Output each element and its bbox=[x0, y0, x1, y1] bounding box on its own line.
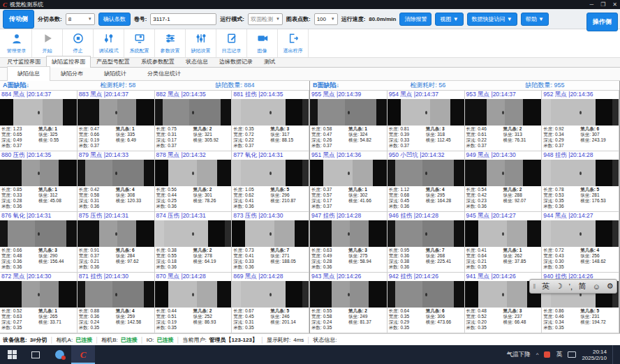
ime-item-1[interactable]: ☽ bbox=[556, 282, 563, 291]
defect-cell[interactable]: 953 黑点 |20:14:37 长度: 0.46 宽度: 0.61 深浅: 0… bbox=[465, 91, 542, 151]
defect-cell[interactable]: 882 黑点 |20:14:35 长度: 0.75 宽度: 0.31 深浅: 0… bbox=[155, 91, 232, 151]
defect-thumbnail[interactable] bbox=[78, 99, 154, 126]
defect-thumbnail[interactable] bbox=[0, 99, 77, 126]
task-view-button[interactable] bbox=[24, 345, 47, 364]
defect-thumbnail[interactable] bbox=[388, 220, 464, 247]
defect-cell[interactable]: 945 黑点 |20:14:27 长度: 0.41 宽度: 0.64 深浅: 0… bbox=[465, 212, 542, 273]
defect-thumbnail[interactable] bbox=[310, 281, 387, 308]
action-exit-button[interactable]: 退出程序 bbox=[278, 29, 309, 57]
drag-handle-icon[interactable]: ‖ bbox=[533, 283, 536, 290]
defect-thumbnail[interactable] bbox=[78, 160, 154, 186]
taskbar-app-pinned[interactable] bbox=[47, 345, 71, 364]
defect-cell[interactable]: 879 黑点 |20:14:33 长度: 0.42 宽度: 0.58 深浅: 0… bbox=[78, 151, 155, 212]
main-tab-6[interactable]: 测试 bbox=[258, 56, 281, 67]
sub-tab-2[interactable]: 缺陷统计 bbox=[94, 66, 137, 80]
defect-cell[interactable]: 873 压伤 |20:14:30 长度: 0.73 宽度: 0.41 深浅: 0… bbox=[232, 212, 309, 273]
defect-cell[interactable]: 952 黑点 |20:14:36 长度: 0.92 宽度: 0.34 深浅: 0… bbox=[542, 91, 619, 151]
defect-thumbnail[interactable] bbox=[155, 99, 232, 126]
slit-count-dropdown[interactable]: 8 ▼ bbox=[66, 13, 95, 25]
clear-alarm-button[interactable]: 清除报警 bbox=[399, 13, 431, 26]
operate-side-button[interactable]: 操作侧 bbox=[586, 13, 618, 31]
action-start-button[interactable]: 开始 bbox=[32, 29, 63, 57]
defect-cell[interactable]: 876 氧化 |20:14:31 长度: 0.66 宽度: 0.48 深浅: 0… bbox=[0, 212, 78, 273]
defect-cell[interactable]: 943 黑点 |20:14:26 长度: 0.55 宽度: 0.58 深浅: 0… bbox=[310, 273, 388, 333]
minimize-button[interactable]: ─ bbox=[589, 1, 593, 8]
language-indicator[interactable]: 英 bbox=[556, 350, 562, 359]
action-debug-button[interactable]: 调试模式 bbox=[94, 29, 124, 57]
defect-cell[interactable]: 881 挂伤 |20:14:35 长度: 0.35 宽度: 0.72 深浅: 0… bbox=[232, 91, 309, 151]
defect-thumbnail[interactable] bbox=[0, 220, 77, 247]
help-menu-button[interactable]: 帮助 ▼ bbox=[521, 13, 549, 26]
main-tab-5[interactable]: 边缘数据记录 bbox=[214, 56, 258, 67]
tray-expand-icon[interactable]: ^ bbox=[536, 351, 539, 358]
defect-thumbnail[interactable] bbox=[542, 160, 619, 186]
action-image-button[interactable]: 图像 bbox=[247, 29, 278, 57]
defect-cell[interactable]: 874 压伤 |20:14:31 长度: 0.38 宽度: 0.55 深浅: 0… bbox=[155, 212, 232, 273]
ime-item-2[interactable]: ’, bbox=[568, 282, 573, 291]
defect-cell[interactable]: 870 黑点 |20:14:28 长度: 0.44 宽度: 0.51 深浅: 0… bbox=[155, 273, 232, 333]
defect-cell[interactable]: 951 黑点 |20:14:36 长度: 0.37 宽度: 0.57 深浅: 0… bbox=[310, 151, 388, 212]
defect-thumbnail[interactable] bbox=[542, 99, 619, 126]
sub-tab-3[interactable]: 分类信息统计 bbox=[137, 66, 191, 80]
defect-cell[interactable]: 954 黑点 |20:14:37 长度: 0.81 宽度: 0.39 深浅: 0… bbox=[388, 91, 465, 151]
defect-thumbnail[interactable] bbox=[310, 220, 387, 247]
defect-thumbnail[interactable] bbox=[465, 160, 542, 186]
tray-app-icon[interactable] bbox=[544, 351, 550, 358]
main-tab-2[interactable]: 产品型号配置 bbox=[91, 56, 135, 67]
sub-tab-1[interactable]: 缺陷分布 bbox=[50, 66, 94, 80]
action-login-button[interactable]: 管理登录 bbox=[1, 29, 32, 57]
defect-cell[interactable]: 869 黑点 |20:14:28 长度: 0.67 宽度: 0.45 深浅: 0… bbox=[232, 273, 309, 333]
defect-thumbnail[interactable] bbox=[465, 99, 542, 126]
defect-thumbnail[interactable] bbox=[155, 220, 232, 247]
action-params-button[interactable]: 参数设置 bbox=[155, 29, 186, 57]
main-tab-4[interactable]: 状态信息 bbox=[180, 56, 214, 67]
data-access-menu-button[interactable]: 数据快捷访问 ▼ bbox=[467, 13, 517, 26]
panel-b-title[interactable]: B面缺陷↓ bbox=[313, 81, 410, 90]
weather-text[interactable]: 气温下降 bbox=[507, 351, 531, 359]
action-stop-button[interactable]: 停止 bbox=[63, 29, 94, 57]
defect-cell[interactable]: 948 挂伤 |20:14:28 长度: 0.78 宽度: 0.53 深浅: 0… bbox=[542, 151, 619, 212]
defect-thumbnail[interactable] bbox=[310, 160, 387, 186]
defect-cell[interactable]: 955 黑点 |20:14:39 长度: 0.58 宽度: 0.47 深浅: 0… bbox=[310, 91, 388, 151]
taskbar-app-active[interactable]: C bbox=[71, 345, 95, 364]
defect-cell[interactable]: 942 挂伤 |20:14:26 长度: 0.64 宽度: 0.35 深浅: 0… bbox=[388, 273, 465, 333]
run-mode-dropdown[interactable]: 双面检测 ▼ bbox=[248, 13, 283, 25]
touch-keyboard-icon[interactable] bbox=[568, 351, 576, 358]
defect-thumbnail[interactable] bbox=[0, 281, 77, 308]
defect-cell[interactable]: 872 黑点 |20:14:30 长度: 0.52 宽度: 0.63 深浅: 0… bbox=[0, 273, 78, 333]
defect-cell[interactable]: 946 挂伤 |20:14:28 长度: 0.95 宽度: 0.36 深浅: 0… bbox=[388, 212, 465, 273]
close-button[interactable]: ✕ bbox=[612, 1, 617, 8]
defect-thumbnail[interactable] bbox=[232, 281, 309, 308]
ime-item-4[interactable]: ☺ bbox=[593, 282, 600, 291]
defect-thumbnail[interactable] bbox=[388, 160, 464, 186]
maximize-button[interactable]: ❐ bbox=[600, 1, 605, 8]
sub-tab-0[interactable]: 缺陷信息 bbox=[7, 66, 50, 81]
defect-cell[interactable]: 880 压伤 |20:14:35 长度: 0.85 宽度: 0.33 深浅: 0… bbox=[0, 151, 78, 212]
defect-thumbnail[interactable] bbox=[155, 281, 232, 308]
defect-thumbnail[interactable] bbox=[465, 220, 542, 247]
chart-points-dropdown[interactable]: 100 ▼ bbox=[314, 13, 338, 25]
action-log-button[interactable]: 日志记录 bbox=[216, 29, 247, 57]
defect-thumbnail[interactable] bbox=[78, 220, 154, 247]
defect-cell[interactable]: 875 压伤 |20:14:31 长度: 0.91 宽度: 0.37 深浅: 0… bbox=[78, 212, 155, 273]
defect-cell[interactable]: 884 黑点 |20:14:37 长度: 1.23 宽度: 0.65 深浅: 0… bbox=[0, 91, 78, 151]
defect-cell[interactable]: 944 黑点 |20:14:27 长度: 0.72 宽度: 0.43 深浅: 0… bbox=[542, 212, 619, 273]
drive-side-button[interactable]: 传动侧 bbox=[3, 10, 34, 29]
defect-cell[interactable]: 947 挂伤 |20:14:28 长度: 0.63 宽度: 0.49 深浅: 0… bbox=[310, 212, 388, 273]
defect-thumbnail[interactable] bbox=[232, 160, 309, 186]
view-menu-button[interactable]: 视图 ▼ bbox=[435, 13, 463, 26]
confirm-count-button[interactable]: 确认条数 bbox=[98, 13, 131, 26]
defect-thumbnail[interactable] bbox=[232, 220, 309, 247]
action-defect-button[interactable]: 缺陷设置 bbox=[186, 29, 216, 57]
ime-item-5[interactable]: ⚙ bbox=[607, 282, 614, 291]
defect-cell[interactable]: 871 挂伤 |20:14:30 长度: 0.88 宽度: 0.36 深浅: 0… bbox=[78, 273, 155, 333]
defect-cell[interactable]: 950 小凹坑 |20:14:32 长度: 1.12 宽度: 0.68 深浅: … bbox=[388, 151, 465, 212]
main-tab-0[interactable]: 尺寸监控界面 bbox=[1, 56, 46, 67]
defect-thumbnail[interactable] bbox=[232, 99, 309, 126]
ime-item-0[interactable]: 英 bbox=[542, 281, 549, 291]
defect-cell[interactable]: 949 黑点 |20:14:30 长度: 0.54 宽度: 0.42 深浅: 0… bbox=[465, 151, 542, 212]
defect-thumbnail[interactable] bbox=[388, 281, 464, 308]
defect-thumbnail[interactable] bbox=[388, 99, 464, 126]
defect-thumbnail[interactable] bbox=[155, 160, 232, 186]
defect-cell[interactable]: 883 黑点 |20:14:37 长度: 0.47 宽度: 0.66 深浅: 0… bbox=[78, 91, 155, 151]
